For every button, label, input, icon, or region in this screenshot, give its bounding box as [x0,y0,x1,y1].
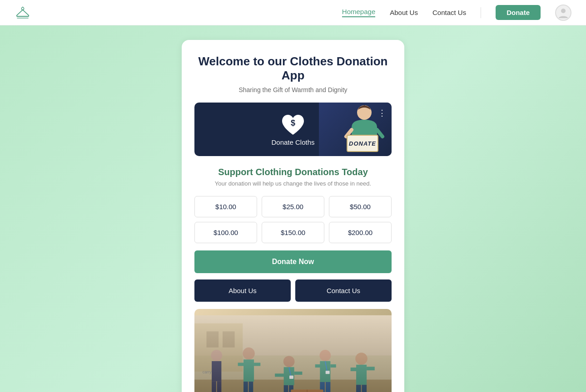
about-us-button[interactable]: About Us [194,279,291,302]
avatar-icon [557,6,570,19]
volunteers-image: carry [194,309,392,392]
nav-contact-us[interactable]: Contact Us [432,9,466,16]
card-subtitle: Sharing the Gift of Warmth and Dignity [194,86,392,93]
banner-content: $ Donate Cloths [271,113,314,146]
nav-donate-button[interactable]: Donate [496,5,541,20]
banner-text: Donate Cloths [271,138,314,146]
logo-icon [15,5,31,21]
main-content: Welcome to our Clothes Donation App Shar… [0,25,586,392]
logo [15,5,31,21]
nav-links: Homepage About Us Contact Us Donate [342,5,571,21]
svg-text:DONATE: DONATE [349,140,376,147]
donate-banner: $ Donate Cloths ⋮ [194,103,392,156]
svg-text:$: $ [291,118,295,127]
amount-150[interactable]: $150.00 [262,222,324,243]
svg-point-2 [561,9,566,13]
amount-50[interactable]: $50.00 [329,196,392,217]
donate-heart-icon: $ [280,113,306,137]
avatar[interactable] [555,5,571,21]
amount-25[interactable]: $25.00 [262,196,324,217]
amount-100[interactable]: $100.00 [194,222,257,243]
card-title: Welcome to our Clothes Donation App [194,54,392,83]
nav-divider [481,7,481,18]
nav-about-us[interactable]: About Us [390,9,418,16]
amount-grid: $10.00 $25.00 $50.00 $100.00 $150.00 $20… [194,196,392,243]
contact-us-button[interactable]: Contact Us [295,279,392,302]
navbar: Homepage About Us Contact Us Donate [0,0,586,25]
banner-more-options[interactable]: ⋮ [378,108,386,118]
nav-homepage[interactable]: Homepage [342,8,375,17]
amount-10[interactable]: $10.00 [194,196,257,217]
support-title: Support Clothing Donations Today [194,167,392,177]
volunteers-svg: carry [194,309,392,392]
secondary-buttons: About Us Contact Us [194,279,392,302]
support-description: Your donation will help us change the li… [194,180,392,187]
amount-200[interactable]: $200.00 [329,222,392,243]
donate-now-button[interactable]: Donate Now [194,250,392,273]
svg-rect-52 [194,315,392,392]
main-card: Welcome to our Clothes Donation App Shar… [182,40,404,392]
